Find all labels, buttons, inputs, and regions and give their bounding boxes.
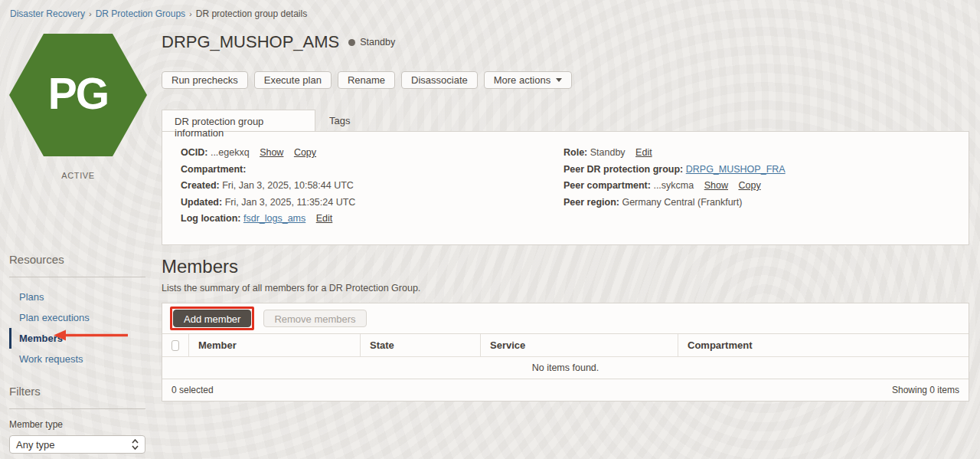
log-location-edit-link[interactable]: Edit [316, 213, 333, 224]
annotation-highlight-box: Add member [170, 307, 254, 330]
peer-region-label: Peer region: [564, 197, 619, 208]
members-section-description: Lists the summary of all members for a D… [162, 283, 969, 293]
select-all-cell [162, 334, 189, 356]
breadcrumb-dr-protection-groups[interactable]: DR Protection Groups [96, 8, 185, 19]
filters-heading: Filters [9, 385, 145, 409]
member-type-select[interactable]: Any type [9, 435, 145, 454]
info-row-peer-region: Peer region: Germany Central (Frankfurt) [564, 198, 786, 208]
more-actions-label: More actions [494, 74, 550, 86]
updated-value: Fri, Jan 3, 2025, 11:35:24 UTC [225, 197, 356, 208]
dr-protection-group-information-panel: OCID: ...egekxq Show Copy Compartment: C… [162, 131, 969, 245]
tab-tags[interactable]: Tags [315, 110, 364, 131]
resources-heading: Resources [9, 253, 145, 277]
rename-button[interactable]: Rename [338, 71, 395, 89]
members-table-footer: 0 selected Showing 0 items [162, 379, 969, 401]
selected-count-label: 0 selected [172, 385, 214, 395]
pg-hexagon-label: PG [9, 34, 147, 156]
ocid-copy-link[interactable]: Copy [294, 147, 316, 158]
info-row-role: Role: Standby Edit [564, 148, 786, 158]
peer-compartment-value: ...sykcma [653, 180, 694, 191]
role-edit-link[interactable]: Edit [635, 147, 652, 158]
members-table: Add member Remove members Member State S… [162, 303, 969, 402]
info-row-peer-group: Peer DR protection group: DRPG_MUSHOP_FR… [564, 165, 786, 175]
info-row-compartment: Compartment: [181, 165, 355, 175]
disassociate-button[interactable]: Disassociate [401, 71, 478, 89]
remove-members-button[interactable]: Remove members [263, 310, 366, 327]
chevron-right-icon: › [189, 9, 192, 18]
sidebar-item-plan-executions[interactable]: Plan executions [9, 307, 145, 328]
peer-compartment-copy-link[interactable]: Copy [738, 180, 760, 191]
peer-group-link[interactable]: DRPG_MUSHOP_FRA [686, 164, 786, 175]
sidebar: Resources Plans Plan executions Members … [9, 253, 145, 454]
info-row-updated: Updated: Fri, Jan 3, 2025, 11:35:24 UTC [181, 198, 355, 208]
chevron-right-icon: › [89, 9, 92, 18]
role-status-badge: Standby [348, 37, 395, 48]
peer-group-label: Peer DR protection group: [564, 164, 683, 175]
page-title: DRPG_MUSHOP_AMS [162, 32, 339, 52]
entity-badge: PG ACTIVE [9, 34, 147, 180]
role-value: Standby [590, 147, 626, 158]
compartment-label: Compartment: [181, 164, 246, 175]
updated-label: Updated: [181, 197, 222, 208]
log-location-link[interactable]: fsdr_logs_ams [243, 213, 305, 224]
members-section-heading: Members [162, 256, 969, 277]
tab-bar: DR protection group information Tags [162, 110, 969, 131]
log-location-label: Log location: [181, 213, 240, 224]
select-stepper-icon [132, 439, 139, 450]
caret-down-icon [556, 78, 562, 82]
action-buttons: Run prechecks Execute plan Rename Disass… [162, 71, 969, 89]
resources-list: Plans Plan executions Members Work reque… [9, 287, 145, 369]
breadcrumb: Disaster Recovery›DR Protection Groups›D… [10, 8, 307, 19]
peer-compartment-label: Peer compartment: [564, 180, 651, 191]
info-column-right: Role: Standby Edit Peer DR protection gr… [564, 148, 786, 214]
status-dot-icon [348, 39, 355, 46]
sidebar-item-work-requests[interactable]: Work requests [9, 349, 145, 369]
peer-region-value: Germany Central (Frankfurt) [622, 197, 742, 208]
ocid-value: ...egekxq [211, 147, 250, 158]
breadcrumb-current-page: DR protection group details [196, 8, 307, 19]
lifecycle-state-label: ACTIVE [9, 171, 147, 180]
role-label: Role: [564, 147, 587, 158]
members-table-toolbar: Add member Remove members [162, 303, 969, 333]
tab-dr-protection-group-information[interactable]: DR protection group information [162, 110, 315, 131]
annotation-arrow-icon [54, 329, 128, 341]
info-row-ocid: OCID: ...egekxq Show Copy [181, 148, 355, 158]
created-label: Created: [181, 180, 220, 191]
info-row-created: Created: Fri, Jan 3, 2025, 10:58:44 UTC [181, 181, 355, 191]
main-content: DRPG_MUSHOP_AMS Standby Run prechecks Ex… [162, 32, 969, 402]
run-prechecks-button[interactable]: Run prechecks [162, 71, 248, 89]
role-status-label: Standby [360, 37, 395, 48]
breadcrumb-disaster-recovery[interactable]: Disaster Recovery [10, 8, 85, 19]
column-header-member: Member [189, 334, 361, 356]
add-member-button[interactable]: Add member [173, 310, 251, 327]
ocid-label: OCID: [181, 147, 207, 158]
ocid-show-link[interactable]: Show [260, 147, 283, 158]
column-header-state: State [361, 334, 481, 356]
select-all-checkbox[interactable] [172, 340, 179, 351]
peer-compartment-show-link[interactable]: Show [704, 180, 728, 191]
created-value: Fri, Jan 3, 2025, 10:58:44 UTC [222, 180, 354, 191]
empty-table-message: No items found. [162, 356, 969, 379]
members-table-header: Member State Service Compartment [162, 333, 969, 356]
info-column-left: OCID: ...egekxq Show Copy Compartment: C… [181, 148, 355, 231]
execute-plan-button[interactable]: Execute plan [254, 71, 332, 89]
info-row-log-location: Log location: fsdr_logs_ams Edit [181, 214, 355, 224]
column-header-compartment: Compartment [678, 334, 969, 356]
showing-count-label: Showing 0 items [892, 385, 959, 395]
info-row-peer-compartment: Peer compartment: ...sykcma Show Copy [564, 181, 786, 191]
member-type-selected-value: Any type [16, 439, 55, 451]
sidebar-item-plans[interactable]: Plans [9, 287, 145, 307]
column-header-service: Service [481, 334, 678, 356]
more-actions-button[interactable]: More actions [484, 71, 572, 89]
member-type-label: Member type [9, 419, 145, 430]
